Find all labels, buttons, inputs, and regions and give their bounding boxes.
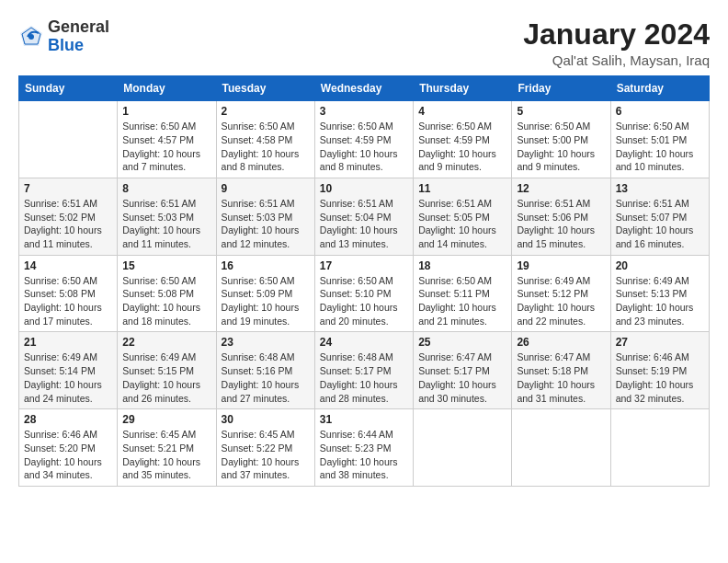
- day-info: Sunrise: 6:51 AMSunset: 5:07 PMDaylight:…: [616, 197, 704, 251]
- calendar-cell: 17Sunrise: 6:50 AMSunset: 5:10 PMDayligh…: [314, 255, 413, 332]
- page: General Blue January 2024 Qal'at Salih, …: [0, 0, 728, 563]
- col-thursday: Thursday: [414, 76, 512, 101]
- col-friday: Friday: [512, 76, 610, 101]
- day-number: 7: [24, 182, 112, 195]
- day-number: 30: [222, 413, 310, 426]
- col-monday: Monday: [118, 76, 216, 101]
- week-row-0: 1Sunrise: 6:50 AMSunset: 4:57 PMDaylight…: [19, 101, 710, 178]
- calendar-cell: 25Sunrise: 6:47 AMSunset: 5:17 PMDayligh…: [414, 332, 512, 409]
- col-tuesday: Tuesday: [216, 76, 314, 101]
- calendar-cell: [414, 409, 512, 487]
- day-info: Sunrise: 6:46 AMSunset: 5:19 PMDaylight:…: [616, 350, 704, 405]
- calendar-cell: 14Sunrise: 6:50 AMSunset: 5:08 PMDayligh…: [19, 255, 118, 332]
- week-row-4: 28Sunrise: 6:46 AMSunset: 5:20 PMDayligh…: [19, 409, 710, 487]
- day-info: Sunrise: 6:49 AMSunset: 5:14 PMDaylight:…: [24, 350, 112, 405]
- col-saturday: Saturday: [610, 76, 709, 101]
- day-number: 19: [517, 259, 605, 272]
- day-number: 6: [616, 105, 704, 118]
- day-number: 2: [222, 105, 310, 118]
- day-number: 24: [320, 336, 408, 349]
- calendar-cell: 21Sunrise: 6:49 AMSunset: 5:14 PMDayligh…: [19, 332, 118, 409]
- day-number: 18: [418, 259, 506, 272]
- day-info: Sunrise: 6:51 AMSunset: 5:06 PMDaylight:…: [517, 197, 605, 251]
- location: Qal'at Salih, Maysan, Iraq: [523, 52, 710, 68]
- day-number: 13: [616, 182, 704, 195]
- calendar-cell: 7Sunrise: 6:51 AMSunset: 5:02 PMDaylight…: [19, 178, 118, 255]
- day-info: Sunrise: 6:44 AMSunset: 5:23 PMDaylight:…: [320, 428, 408, 482]
- day-info: Sunrise: 6:45 AMSunset: 5:21 PMDaylight:…: [122, 428, 210, 482]
- day-info: Sunrise: 6:51 AMSunset: 5:03 PMDaylight:…: [222, 197, 310, 251]
- calendar-cell: 18Sunrise: 6:50 AMSunset: 5:11 PMDayligh…: [414, 255, 512, 332]
- day-number: 11: [418, 182, 506, 195]
- day-number: 28: [24, 413, 112, 426]
- calendar-cell: 23Sunrise: 6:48 AMSunset: 5:16 PMDayligh…: [216, 332, 314, 409]
- day-info: Sunrise: 6:45 AMSunset: 5:22 PMDaylight:…: [222, 428, 310, 482]
- header: General Blue January 2024 Qal'at Salih, …: [18, 18, 710, 68]
- day-number: 3: [320, 105, 408, 118]
- day-info: Sunrise: 6:51 AMSunset: 5:02 PMDaylight:…: [24, 197, 112, 251]
- week-row-1: 7Sunrise: 6:51 AMSunset: 5:02 PMDaylight…: [19, 178, 710, 255]
- day-info: Sunrise: 6:50 AMSunset: 5:08 PMDaylight:…: [24, 274, 112, 328]
- day-info: Sunrise: 6:50 AMSunset: 4:58 PMDaylight:…: [222, 120, 310, 174]
- day-number: 17: [320, 259, 408, 272]
- calendar-cell: 4Sunrise: 6:50 AMSunset: 4:59 PMDaylight…: [414, 101, 512, 178]
- calendar-cell: 20Sunrise: 6:49 AMSunset: 5:13 PMDayligh…: [610, 255, 709, 332]
- calendar-cell: [610, 409, 709, 487]
- title-area: January 2024 Qal'at Salih, Maysan, Iraq: [523, 18, 710, 68]
- month-title: January 2024: [523, 18, 710, 51]
- calendar-cell: 26Sunrise: 6:47 AMSunset: 5:18 PMDayligh…: [512, 332, 610, 409]
- day-info: Sunrise: 6:50 AMSunset: 5:08 PMDaylight:…: [122, 274, 210, 328]
- logo: General Blue: [18, 18, 109, 55]
- day-info: Sunrise: 6:49 AMSunset: 5:15 PMDaylight:…: [122, 350, 210, 405]
- day-number: 29: [122, 413, 210, 426]
- calendar-cell: 30Sunrise: 6:45 AMSunset: 5:22 PMDayligh…: [216, 409, 314, 487]
- calendar-cell: 19Sunrise: 6:49 AMSunset: 5:12 PMDayligh…: [512, 255, 610, 332]
- day-info: Sunrise: 6:48 AMSunset: 5:16 PMDaylight:…: [222, 350, 310, 405]
- calendar-cell: 24Sunrise: 6:48 AMSunset: 5:17 PMDayligh…: [314, 332, 413, 409]
- calendar-cell: 15Sunrise: 6:50 AMSunset: 5:08 PMDayligh…: [118, 255, 216, 332]
- calendar-cell: 3Sunrise: 6:50 AMSunset: 4:59 PMDaylight…: [314, 101, 413, 178]
- day-info: Sunrise: 6:50 AMSunset: 5:11 PMDaylight:…: [418, 274, 506, 328]
- day-number: 31: [320, 413, 408, 426]
- calendar-cell: 10Sunrise: 6:51 AMSunset: 5:04 PMDayligh…: [314, 178, 413, 255]
- col-wednesday: Wednesday: [314, 76, 413, 101]
- calendar-cell: 1Sunrise: 6:50 AMSunset: 4:57 PMDaylight…: [118, 101, 216, 178]
- calendar-cell: 29Sunrise: 6:45 AMSunset: 5:21 PMDayligh…: [118, 409, 216, 487]
- day-number: 5: [517, 105, 605, 118]
- day-info: Sunrise: 6:48 AMSunset: 5:17 PMDaylight:…: [320, 350, 408, 405]
- day-info: Sunrise: 6:50 AMSunset: 4:57 PMDaylight:…: [122, 120, 210, 174]
- logo-blue: Blue: [48, 36, 84, 54]
- svg-point-2: [28, 34, 34, 40]
- day-info: Sunrise: 6:47 AMSunset: 5:17 PMDaylight:…: [418, 350, 506, 405]
- calendar-cell: 11Sunrise: 6:51 AMSunset: 5:05 PMDayligh…: [414, 178, 512, 255]
- day-info: Sunrise: 6:50 AMSunset: 5:01 PMDaylight:…: [616, 120, 704, 174]
- calendar-cell: [512, 409, 610, 487]
- day-number: 8: [122, 182, 210, 195]
- day-info: Sunrise: 6:50 AMSunset: 5:09 PMDaylight:…: [222, 274, 310, 328]
- day-info: Sunrise: 6:50 AMSunset: 5:10 PMDaylight:…: [320, 274, 408, 328]
- calendar-cell: 5Sunrise: 6:50 AMSunset: 5:00 PMDaylight…: [512, 101, 610, 178]
- day-number: 27: [616, 336, 704, 349]
- day-number: 12: [517, 182, 605, 195]
- calendar-cell: 2Sunrise: 6:50 AMSunset: 4:58 PMDaylight…: [216, 101, 314, 178]
- calendar-cell: 12Sunrise: 6:51 AMSunset: 5:06 PMDayligh…: [512, 178, 610, 255]
- day-info: Sunrise: 6:50 AMSunset: 4:59 PMDaylight:…: [320, 120, 408, 174]
- day-number: 22: [122, 336, 210, 349]
- day-number: 4: [418, 105, 506, 118]
- calendar-cell: 9Sunrise: 6:51 AMSunset: 5:03 PMDaylight…: [216, 178, 314, 255]
- day-number: 23: [222, 336, 310, 349]
- calendar-cell: 8Sunrise: 6:51 AMSunset: 5:03 PMDaylight…: [118, 178, 216, 255]
- day-number: 21: [24, 336, 112, 349]
- day-number: 20: [616, 259, 704, 272]
- calendar-cell: 27Sunrise: 6:46 AMSunset: 5:19 PMDayligh…: [610, 332, 709, 409]
- day-number: 1: [122, 105, 210, 118]
- logo-icon: [18, 24, 44, 50]
- day-info: Sunrise: 6:51 AMSunset: 5:05 PMDaylight:…: [418, 197, 506, 251]
- day-info: Sunrise: 6:51 AMSunset: 5:04 PMDaylight:…: [320, 197, 408, 251]
- day-info: Sunrise: 6:49 AMSunset: 5:13 PMDaylight:…: [616, 274, 704, 328]
- day-info: Sunrise: 6:47 AMSunset: 5:18 PMDaylight:…: [517, 350, 605, 405]
- calendar-cell: 13Sunrise: 6:51 AMSunset: 5:07 PMDayligh…: [610, 178, 709, 255]
- day-number: 10: [320, 182, 408, 195]
- calendar-table: Sunday Monday Tuesday Wednesday Thursday…: [18, 75, 710, 487]
- day-info: Sunrise: 6:50 AMSunset: 5:00 PMDaylight:…: [517, 120, 605, 174]
